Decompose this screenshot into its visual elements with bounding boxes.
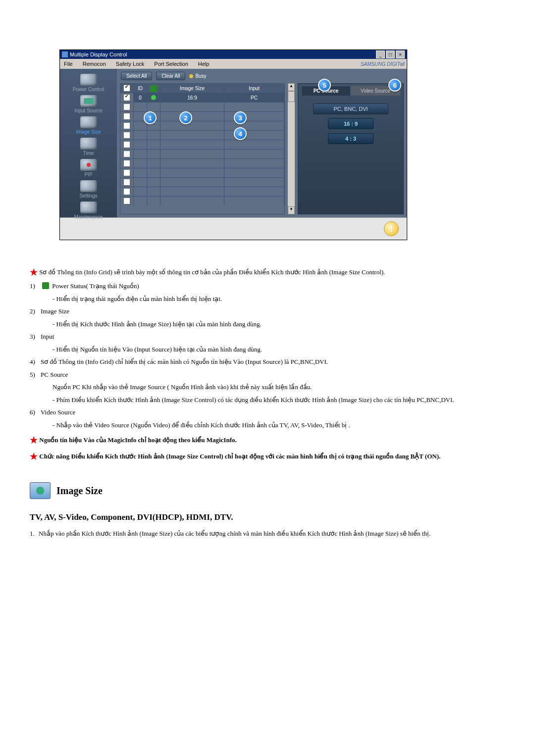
row-checkbox[interactable] (123, 122, 130, 129)
list-detail: Nhắp vào phần Kích thước Hình ảnh (Image… (39, 530, 430, 537)
callout-5: 5 (318, 79, 331, 92)
callout-3: 3 (234, 111, 247, 124)
list-number: 5) (30, 370, 41, 380)
grid-row[interactable] (120, 158, 284, 168)
brand-label: SAMSUNG DIGITall (361, 61, 405, 67)
sidebar-item-settings[interactable]: Settings (60, 178, 117, 200)
sidebar-item-time[interactable]: Time (60, 136, 117, 157)
menu-remocon[interactable]: Remocon (81, 60, 108, 68)
sidebar-item-input-source[interactable]: Input Source (60, 93, 117, 114)
menu-safety-lock[interactable]: Safety Lock (114, 60, 146, 68)
info-grid: ID Image Size Input 0 16:9 PC (120, 83, 285, 214)
doc-text: Sơ đồ Thông tin (Info Grid) sẽ trình bày… (39, 268, 385, 276)
list-number: 1. (30, 529, 39, 539)
image-size-section-icon (30, 482, 51, 499)
col-power-status[interactable] (147, 84, 160, 92)
row-checkbox[interactable] (123, 169, 130, 176)
power-icon (80, 74, 97, 86)
col-image-size[interactable]: Image Size (160, 86, 224, 91)
minimize-button[interactable]: _ (376, 50, 385, 58)
busy-label: Busy (195, 73, 206, 79)
maintenance-icon (80, 202, 97, 213)
sidebar-label-image-size: Image Size (76, 129, 101, 135)
sidebar-item-power-control[interactable]: Power Control (60, 72, 117, 93)
list-detail: - Phím Điều khiển Kích thước Hình ảnh (I… (53, 395, 505, 405)
scrollbar[interactable]: ▲ ▼ (288, 83, 295, 214)
cell-input: PC (224, 93, 284, 102)
row-checkbox[interactable] (123, 141, 130, 148)
row-checkbox[interactable] (123, 94, 130, 101)
cell-image-size: 16:9 (160, 93, 224, 102)
callout-6: 6 (388, 79, 401, 92)
grid-row[interactable] (120, 130, 284, 140)
sidebar-label-input: Input Source (74, 108, 103, 113)
col-checkbox[interactable] (120, 85, 134, 92)
list-detail: - Nhắp vào thẻ Video Source (Nguồn Video… (53, 420, 505, 430)
image-size-icon (80, 116, 97, 128)
callout-4: 4 (234, 127, 247, 140)
sidebar-item-maintenance[interactable]: Maintenance (60, 200, 117, 221)
scroll-down-icon[interactable]: ▼ (288, 206, 295, 214)
grid-row[interactable] (120, 187, 284, 196)
menubar: File Remocon Safety Lock Port Selection … (60, 59, 407, 69)
sidebar-item-pip[interactable]: PIP (60, 157, 117, 178)
grid-row[interactable] (120, 196, 284, 205)
list-detail: - Hiển thị Kích thước Hình ảnh (Image Si… (53, 319, 505, 329)
grid-row[interactable] (120, 168, 284, 177)
row-checkbox[interactable] (123, 188, 130, 195)
list-number: 6) (30, 407, 41, 417)
row-checkbox[interactable] (123, 113, 130, 120)
menu-file[interactable]: File (62, 60, 75, 68)
sidebar-item-image-size[interactable]: Image Size (60, 114, 117, 136)
main-panel: Select All Clear All Busy ID Image Size (117, 69, 407, 217)
col-id[interactable]: ID (134, 86, 147, 91)
row-checkbox[interactable] (123, 151, 130, 157)
list-title: Sơ đồ Thông tin (Info Grid) chỉ hiển thị… (41, 358, 328, 365)
callout-1: 1 (144, 111, 157, 124)
scroll-up-icon[interactable]: ▲ (288, 83, 295, 91)
row-checkbox[interactable] (123, 160, 130, 167)
ratio-16-9-button[interactable]: 16 : 9 (328, 118, 374, 129)
list-title: PC Source (41, 371, 68, 378)
scroll-thumb[interactable] (288, 91, 295, 102)
maximize-button[interactable]: □ (386, 50, 395, 58)
settings-icon (80, 180, 97, 192)
cell-id: 0 (134, 93, 147, 102)
list-number: 4) (30, 357, 41, 367)
star-icon: ★ (30, 435, 38, 445)
section-title: Image Size (56, 483, 103, 498)
busy-dot-icon (189, 74, 193, 78)
row-checkbox[interactable] (123, 103, 130, 110)
app-icon (62, 51, 68, 57)
sidebar: Power Control Input Source Image Size Ti… (60, 69, 117, 217)
pip-icon (80, 159, 97, 171)
row-checkbox[interactable] (123, 179, 130, 186)
warning-icon: ! (384, 221, 399, 236)
grid-row[interactable] (120, 177, 284, 187)
clear-all-button[interactable]: Clear All (156, 72, 185, 80)
close-button[interactable]: × (396, 50, 405, 58)
list-title: Power Status( Trạng thái Nguồn) (51, 282, 139, 290)
row-checkbox[interactable] (123, 198, 130, 204)
grid-row[interactable]: 0 16:9 PC (120, 93, 284, 102)
window-title: Multiple Display Control (70, 51, 127, 57)
select-all-button[interactable]: Select All (121, 72, 152, 80)
list-number: 1) (30, 281, 41, 291)
ratio-4-3-button[interactable]: 4 : 3 (328, 133, 374, 144)
sidebar-label-settings: Settings (79, 193, 97, 199)
row-checkbox[interactable] (123, 132, 130, 139)
grid-row[interactable] (120, 149, 284, 158)
sidebar-label-time: Time (83, 151, 94, 156)
col-input[interactable]: Input (224, 86, 284, 91)
titlebar: Multiple Display Control _ □ × (60, 50, 407, 59)
menu-help[interactable]: Help (196, 60, 212, 68)
busy-indicator: Busy (189, 73, 206, 79)
right-panel: PC Source Video Source PC, BNC, DVI 16 :… (298, 83, 404, 214)
sidebar-label-maintenance: Maintenance (74, 214, 103, 220)
grid-row[interactable] (120, 140, 284, 149)
grid-row[interactable] (120, 102, 284, 111)
list-detail: Nguồn PC Khi nhắp vào thẻ Image Source (… (53, 382, 505, 392)
doc-text: Nguồn tín hiệu Vào của MagicInfo chỉ hoạ… (39, 436, 236, 444)
star-icon: ★ (30, 267, 38, 277)
menu-port-selection[interactable]: Port Selection (152, 60, 190, 68)
